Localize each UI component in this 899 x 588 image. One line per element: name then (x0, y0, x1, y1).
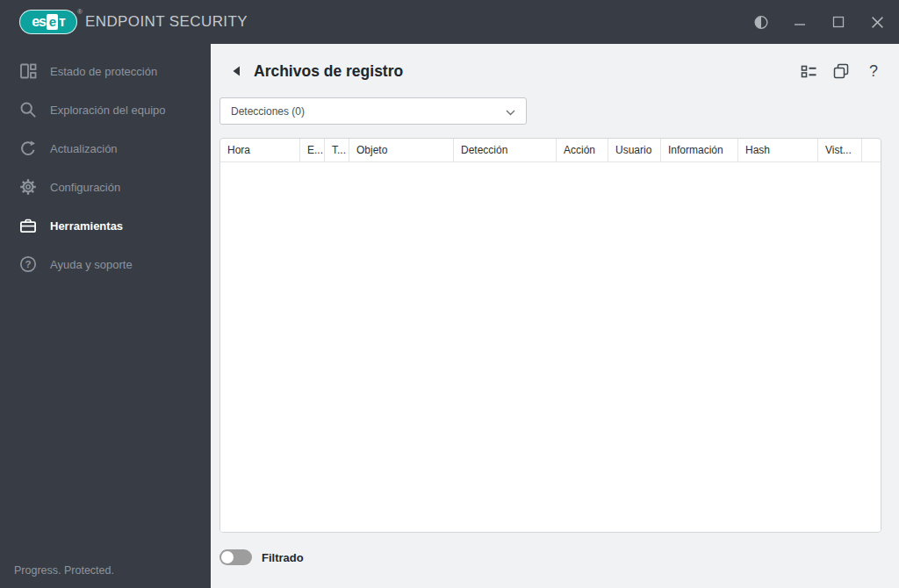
sidebar-item-update[interactable]: Actualización (0, 129, 211, 168)
sidebar-item-label: Ayuda y soporte (50, 258, 133, 271)
header-tools: ? (799, 44, 883, 98)
registered-mark: ® (77, 8, 83, 16)
protection-status-icon (19, 62, 37, 80)
sidebar-item-protection-status[interactable]: Estado de protección (0, 52, 211, 90)
sidebar-item-setup[interactable]: Configuración (0, 168, 211, 206)
sidebar-item-label: Herramientas (50, 219, 123, 233)
column-header-hora[interactable]: Hora (220, 139, 300, 161)
update-icon (19, 140, 37, 157)
brand-tagline: Progress. Protected. (14, 564, 114, 577)
log-entries-icon[interactable] (799, 61, 818, 81)
column-header-informacion[interactable]: Información (661, 139, 738, 161)
column-header-accion[interactable]: Acción (557, 139, 608, 161)
column-header-e[interactable]: E... (300, 139, 325, 161)
app-window: eseт ® ENDPOINT SECURITY (0, 0, 899, 588)
computer-scan-icon (19, 101, 37, 118)
column-header-usuario[interactable]: Usuario (608, 139, 661, 161)
sidebar-item-label: Configuración (50, 181, 120, 194)
column-header-t[interactable]: T... (325, 139, 349, 161)
log-type-dropdown[interactable]: Detecciones (0) (219, 97, 527, 125)
product-name: ENDPOINT SECURITY (85, 13, 248, 31)
close-button[interactable] (869, 14, 885, 30)
minimize-button[interactable] (792, 14, 808, 30)
help-icon[interactable]: ? (864, 61, 883, 81)
sidebar-item-label: Exploración del equipo (50, 104, 166, 117)
maximize-button[interactable] (831, 14, 846, 30)
svg-text:?: ? (25, 259, 31, 269)
sidebar-item-tools[interactable]: Herramientas (0, 206, 211, 245)
column-header-hash[interactable]: Hash (738, 139, 818, 161)
copy-icon[interactable] (831, 61, 851, 81)
theme-contrast-icon[interactable] (753, 14, 769, 30)
column-header-spacer (862, 139, 881, 161)
logo-text: т (59, 14, 65, 30)
log-table: Hora E... T... Objeto Detección Acción U… (219, 138, 881, 533)
logo-text: e (47, 14, 58, 30)
help-glyph: ? (869, 62, 878, 81)
window-controls (753, 0, 899, 44)
dropdown-selected-value: Detecciones (0) (231, 105, 506, 118)
filter-toggle-label: Filtrado (262, 551, 304, 564)
filter-toggle-switch[interactable] (219, 549, 252, 565)
sidebar-item-label: Estado de protección (50, 65, 157, 78)
page-title: Archivos de registro (254, 62, 403, 81)
column-header-deteccion[interactable]: Detección (454, 139, 557, 161)
sidebar-item-label: Actualización (50, 142, 118, 155)
title-bar: eseт ® ENDPOINT SECURITY (0, 0, 899, 44)
main-content: Archivos de registro (211, 44, 899, 588)
settings-icon (19, 178, 37, 196)
eset-logo: eseт ® (19, 10, 77, 34)
sidebar: Estado de protección Exploración del equ… (0, 44, 211, 588)
back-button[interactable] (230, 65, 242, 77)
page-header: Archivos de registro (211, 44, 899, 98)
toggle-knob (221, 551, 234, 563)
sidebar-item-computer-scan[interactable]: Exploración del equipo (0, 90, 211, 129)
sidebar-nav: Estado de protección Exploración del equ… (0, 52, 211, 283)
logo-text: es (32, 14, 46, 30)
table-header-row: Hora E... T... Objeto Detección Acción U… (220, 139, 881, 162)
tools-icon (19, 217, 37, 234)
filter-toggle-row: Filtrado (219, 549, 304, 565)
chevron-down-icon (506, 104, 515, 119)
table-body-empty (220, 162, 881, 533)
sidebar-item-help-support[interactable]: ? Ayuda y soporte (0, 245, 211, 283)
column-header-visto[interactable]: Vist... (818, 139, 862, 161)
column-header-objeto[interactable]: Objeto (349, 139, 454, 161)
help-support-icon: ? (19, 255, 37, 273)
